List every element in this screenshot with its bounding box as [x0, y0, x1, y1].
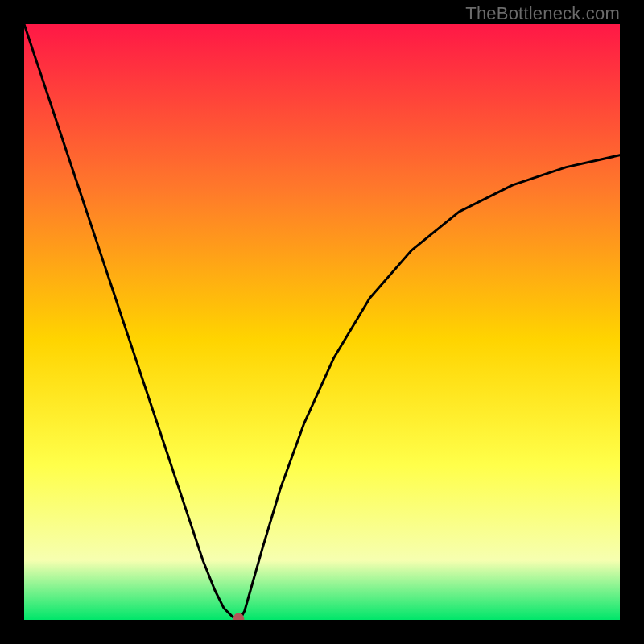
- chart-frame: [24, 24, 620, 620]
- watermark-label: TheBottleneck.com: [465, 3, 620, 24]
- chart-svg: [24, 24, 620, 620]
- gradient-background: [24, 24, 620, 620]
